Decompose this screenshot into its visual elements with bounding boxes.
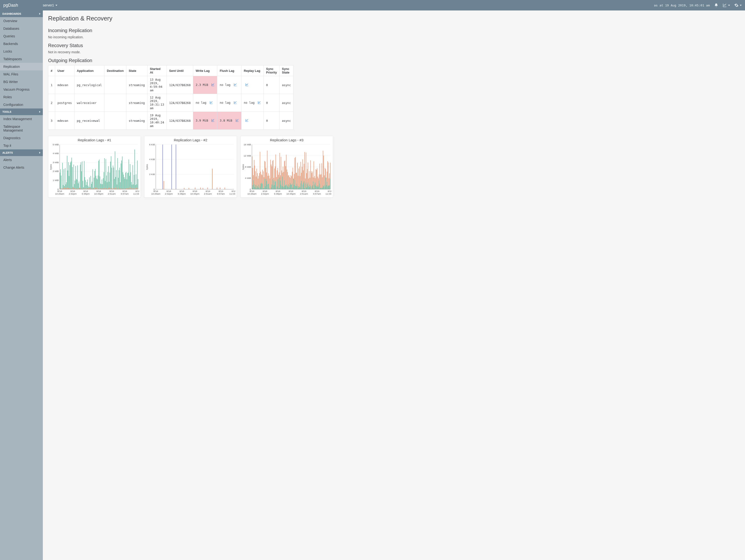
sidebar: DASHBOARDSOverviewDatabasesQueriesBacken… bbox=[0, 10, 43, 560]
sidebar-item-roles[interactable]: Roles bbox=[0, 93, 43, 101]
svg-rect-508 bbox=[288, 185, 288, 189]
chart-mini-icon[interactable] bbox=[245, 119, 249, 123]
table-cell: 12A/637B8268 bbox=[167, 76, 193, 94]
svg-text:8/18: 8/18 bbox=[167, 190, 171, 193]
svg-rect-297 bbox=[184, 188, 185, 189]
table-cell bbox=[104, 94, 126, 112]
sidebar-item-index-management[interactable]: Index Management bbox=[0, 115, 43, 123]
svg-text:1 MiB: 1 MiB bbox=[53, 179, 59, 182]
sidebar-item-tablespace-management[interactable]: Tablespace Management bbox=[0, 123, 43, 134]
svg-rect-39 bbox=[68, 171, 68, 189]
svg-rect-58 bbox=[80, 165, 80, 189]
chart-mini-icon[interactable] bbox=[235, 119, 239, 123]
server-selector[interactable]: server1 bbox=[43, 3, 57, 7]
table-cell: streaming bbox=[126, 112, 147, 130]
table-header: Destination bbox=[104, 65, 126, 76]
svg-rect-48 bbox=[73, 165, 74, 189]
svg-rect-516 bbox=[293, 179, 294, 189]
svg-rect-568 bbox=[327, 187, 328, 189]
svg-rect-56 bbox=[79, 181, 79, 189]
svg-rect-468 bbox=[262, 184, 262, 189]
chevron-right-icon bbox=[39, 152, 40, 154]
svg-rect-409 bbox=[302, 167, 302, 189]
svg-rect-86 bbox=[98, 161, 99, 189]
table-cell: 3 bbox=[48, 112, 55, 130]
sidebar-item-overview[interactable]: Overview bbox=[0, 17, 43, 25]
brand[interactable]: pgDash bbox=[3, 3, 43, 8]
svg-rect-389 bbox=[289, 175, 289, 189]
svg-rect-542 bbox=[310, 186, 311, 189]
sidebar-item-vacuum-progress[interactable]: Vacuum Progress bbox=[0, 86, 43, 93]
svg-rect-300 bbox=[200, 188, 201, 189]
svg-text:8/19: 8/19 bbox=[123, 190, 127, 193]
table-cell: 12 Aug 2019, 10:31:13 am bbox=[147, 94, 167, 112]
svg-rect-513 bbox=[291, 185, 292, 189]
svg-rect-129 bbox=[127, 179, 127, 189]
svg-rect-262 bbox=[135, 188, 136, 189]
chart-mini-icon[interactable] bbox=[245, 83, 249, 87]
sidebar-item-configuration[interactable]: Configuration bbox=[0, 101, 43, 108]
sidebar-item-change-alerts[interactable]: Change Alerts bbox=[0, 164, 43, 171]
chart-mini-icon[interactable] bbox=[211, 83, 215, 87]
svg-rect-524 bbox=[299, 186, 299, 189]
sidebar-item-diagnostics[interactable]: Diagnostics bbox=[0, 134, 43, 142]
svg-rect-498 bbox=[282, 186, 282, 189]
svg-rect-511 bbox=[290, 183, 291, 189]
svg-rect-190 bbox=[88, 189, 88, 189]
svg-rect-517 bbox=[294, 185, 294, 189]
sidebar-item-databases[interactable]: Databases bbox=[0, 25, 43, 32]
svg-rect-59 bbox=[80, 162, 81, 189]
sidebar-item-backends[interactable]: Backends bbox=[0, 40, 43, 47]
svg-rect-77 bbox=[93, 169, 93, 189]
svg-rect-535 bbox=[306, 183, 306, 189]
svg-rect-405 bbox=[299, 167, 299, 189]
svg-rect-104 bbox=[110, 162, 111, 189]
chart-mini-icon[interactable] bbox=[234, 101, 237, 105]
sidebar-section-label: DASHBOARDS bbox=[2, 12, 21, 15]
sidebar-item-tablespaces[interactable]: Tablespaces bbox=[0, 55, 43, 63]
svg-rect-544 bbox=[312, 187, 312, 189]
chart-dropdown[interactable] bbox=[723, 3, 730, 7]
settings-dropdown[interactable] bbox=[734, 3, 742, 7]
chart-mini-icon[interactable] bbox=[209, 101, 213, 105]
sidebar-section-header[interactable]: DASHBOARDS bbox=[0, 10, 43, 17]
svg-rect-31 bbox=[62, 163, 63, 189]
svg-text:8/19: 8/19 bbox=[205, 190, 210, 193]
svg-rect-500 bbox=[283, 186, 283, 189]
sidebar-item-alerts[interactable]: Alerts bbox=[0, 156, 43, 164]
sidebar-item-bg-writer[interactable]: BG Writer bbox=[0, 78, 43, 86]
sidebar-section-header[interactable]: ALERTS bbox=[0, 150, 43, 156]
svg-rect-365 bbox=[273, 160, 273, 189]
svg-text:8/18: 8/18 bbox=[154, 190, 158, 193]
table-header: Sync Priority bbox=[264, 65, 280, 76]
recovery-header: Recovery Status bbox=[48, 43, 740, 48]
bell-icon[interactable] bbox=[714, 3, 718, 7]
svg-rect-52 bbox=[76, 179, 76, 189]
sidebar-item-queries[interactable]: Queries bbox=[0, 32, 43, 40]
chart-mini-icon[interactable] bbox=[234, 83, 237, 87]
chart-mini-icon[interactable] bbox=[258, 101, 261, 105]
svg-rect-345 bbox=[260, 152, 260, 189]
sidebar-item-wal-files[interactable]: WAL Files bbox=[0, 70, 43, 78]
chart-mini-icon[interactable] bbox=[211, 119, 215, 123]
sidebar-section-header[interactable]: TOOLS bbox=[0, 108, 43, 115]
svg-rect-221 bbox=[108, 189, 109, 189]
sidebar-item-locks[interactable]: Locks bbox=[0, 47, 43, 55]
table-cell: 1 bbox=[48, 76, 55, 94]
svg-rect-101 bbox=[108, 166, 109, 189]
svg-text:6:57am: 6:57am bbox=[217, 193, 225, 195]
svg-rect-356 bbox=[267, 151, 267, 189]
svg-rect-114 bbox=[117, 185, 117, 189]
svg-rect-90 bbox=[101, 184, 102, 189]
svg-rect-84 bbox=[97, 179, 98, 189]
svg-text:8/18: 8/18 bbox=[57, 190, 62, 193]
svg-rect-64 bbox=[84, 161, 85, 189]
sidebar-item-top-k[interactable]: Top k bbox=[0, 142, 43, 150]
sidebar-item-replication[interactable]: Replication bbox=[0, 63, 43, 70]
svg-rect-252 bbox=[129, 188, 129, 189]
svg-rect-572 bbox=[330, 179, 330, 189]
svg-rect-546 bbox=[313, 182, 313, 189]
svg-rect-296 bbox=[212, 169, 213, 189]
timestamp: as at 19 Aug 2019, 10:45:01 am bbox=[654, 4, 710, 7]
svg-rect-28 bbox=[60, 169, 61, 189]
